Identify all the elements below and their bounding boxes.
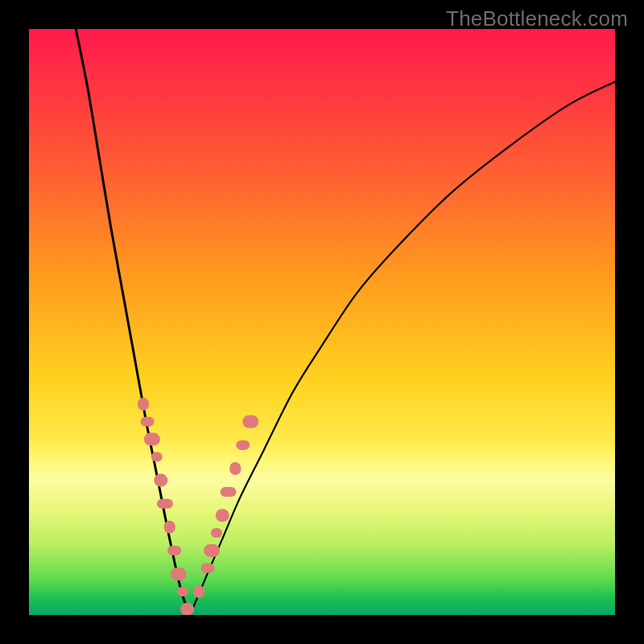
data-marker (229, 462, 241, 475)
data-marker (204, 544, 220, 557)
data-marker (157, 499, 173, 509)
plot-area (29, 29, 615, 615)
chart-svg (29, 29, 615, 615)
data-marker (221, 487, 237, 497)
chart-frame: TheBottleneck.com (0, 0, 644, 644)
data-marker (211, 528, 222, 538)
data-marker (242, 415, 258, 428)
data-marker (151, 452, 163, 461)
data-marker (180, 603, 194, 615)
watermark-text: TheBottleneck.com (446, 6, 628, 31)
data-marker (193, 585, 204, 598)
data-marker (201, 564, 215, 573)
right-curve (190, 82, 615, 615)
data-marker (167, 546, 181, 555)
data-marker (177, 587, 188, 597)
data-marker (138, 398, 149, 411)
data-marker (171, 568, 187, 580)
data-marker (236, 440, 250, 450)
data-marker (154, 474, 167, 487)
data-marker (164, 521, 175, 534)
data-marker (144, 433, 160, 446)
data-marker (216, 509, 229, 522)
data-marker (141, 417, 155, 427)
